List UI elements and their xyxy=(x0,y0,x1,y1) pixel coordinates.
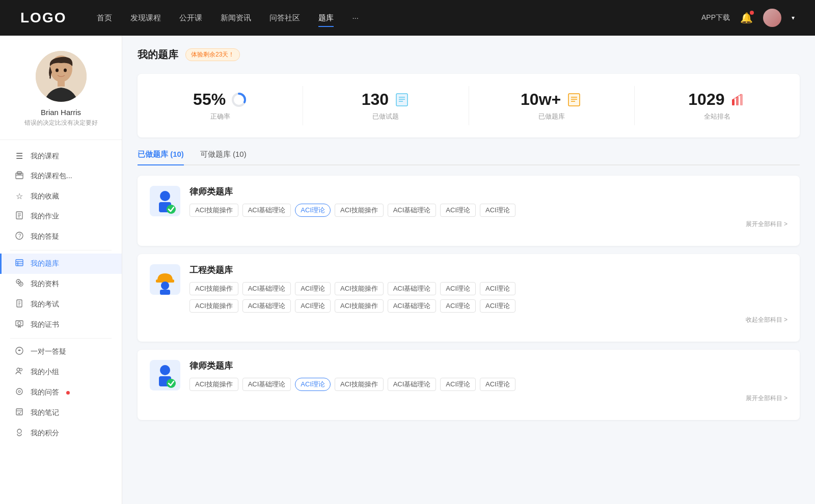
eng-tag2-6[interactable]: ACI理论 xyxy=(480,299,515,313)
tag-6[interactable]: ACI理论 xyxy=(480,204,515,217)
group-icon xyxy=(14,367,24,377)
sidebar-item-homework[interactable]: 我的作业 xyxy=(0,206,122,227)
sidebar-item-course-package[interactable]: 我的课程包... xyxy=(0,166,122,186)
l2-tag-2-active[interactable]: ACI理论 xyxy=(295,378,331,391)
tag-0[interactable]: ACI技能操作 xyxy=(189,204,238,217)
sidebar-label-my-data: 我的资料 xyxy=(31,279,59,289)
stat-accuracy-value: 55% xyxy=(193,90,226,109)
divider-2 xyxy=(10,338,112,339)
bank-card-lawyer-1-tags: ACI技能操作 ACI基础理论 ACI理论 ACI技能操作 ACI基础理论 AC… xyxy=(189,204,787,217)
sidebar-item-qa[interactable]: ? 我的答疑 xyxy=(0,227,122,247)
sidebar-label-homework: 我的作业 xyxy=(31,212,59,221)
sidebar-label-my-course: 我的课程 xyxy=(31,152,59,161)
user-avatar-nav[interactable] xyxy=(763,9,781,27)
note-blue-icon xyxy=(394,92,410,108)
collapse-link-engineer[interactable]: 收起全部科目 > xyxy=(189,316,787,324)
stat-accuracy: 55% 正确率 xyxy=(138,86,303,125)
tag-3[interactable]: ACI技能操作 xyxy=(335,204,384,217)
eng-tag2-3[interactable]: ACI技能操作 xyxy=(335,299,384,313)
notification-bell[interactable]: 🔔 xyxy=(740,12,753,24)
eng-tag-0[interactable]: ACI技能操作 xyxy=(189,282,238,295)
nav-question-bank[interactable]: 题库 xyxy=(318,13,334,23)
sidebar-label-favorites: 我的收藏 xyxy=(31,192,59,201)
svg-rect-58 xyxy=(160,290,170,295)
svg-text:?: ? xyxy=(18,233,21,239)
sidebar-item-exam[interactable]: 我的考试 xyxy=(0,294,122,315)
sidebar-item-favorites[interactable]: ☆ 我的收藏 xyxy=(0,186,122,206)
l2-tag-0[interactable]: ACI技能操作 xyxy=(189,378,238,391)
l2-tag-6[interactable]: ACI理论 xyxy=(480,378,515,391)
eng-tag2-1[interactable]: ACI基础理论 xyxy=(242,299,291,313)
sidebar-item-my-course[interactable]: ☰ 我的课程 xyxy=(0,146,122,166)
sidebar-item-group[interactable]: 我的小组 xyxy=(0,362,122,382)
stat-accuracy-value-row: 55% xyxy=(193,90,247,109)
nav-qa[interactable]: 问答社区 xyxy=(269,13,300,23)
eng-tag-4[interactable]: ACI基础理论 xyxy=(388,282,437,295)
tag-4[interactable]: ACI基础理论 xyxy=(388,204,437,217)
tag-1[interactable]: ACI基础理论 xyxy=(242,204,291,217)
l2-tag-5[interactable]: ACI理论 xyxy=(440,378,476,391)
stat-done-banks-label: 已做题库 xyxy=(538,112,565,121)
bank-icon xyxy=(14,259,24,269)
eng-tag-3[interactable]: ACI技能操作 xyxy=(335,282,384,295)
eng-tag-1[interactable]: ACI基础理论 xyxy=(242,282,291,295)
eng-tag2-4[interactable]: ACI基础理论 xyxy=(388,299,437,313)
sidebar-item-certificate[interactable]: 我的证书 xyxy=(0,315,122,335)
chart-red-icon xyxy=(729,92,746,108)
avatar-image xyxy=(763,9,781,27)
sidebar-label-course-package: 我的课程包... xyxy=(31,172,72,181)
sidebar-label-certificate: 我的证书 xyxy=(31,320,59,329)
eng-tag-2[interactable]: ACI理论 xyxy=(295,282,331,295)
eng-tag2-2[interactable]: ACI理论 xyxy=(295,299,331,313)
sidebar-item-notes[interactable]: 我的笔记 xyxy=(0,403,122,423)
app-download-button[interactable]: APP下载 xyxy=(701,13,730,22)
stat-done-questions-label: 已做试题 xyxy=(372,112,399,121)
svg-point-4 xyxy=(64,69,67,72)
stat-ranking: 1029 全站排名 xyxy=(635,86,800,125)
l2-tag-4[interactable]: ACI基础理论 xyxy=(388,378,437,391)
sidebar-menu: ☰ 我的课程 我的课程包... ☆ 我的收藏 我的作业 xyxy=(0,140,122,450)
page-title: 我的题库 xyxy=(138,48,178,62)
sidebar-label-question-bank: 我的题库 xyxy=(31,259,59,268)
svg-rect-50 xyxy=(740,94,743,105)
expand-link-1[interactable]: 展开全部科目 > xyxy=(189,220,787,229)
bank-card-lawyer-2-header: 律师类题库 ACI技能操作 ACI基础理论 ACI理论 ACI技能操作 ACI基… xyxy=(150,360,787,403)
homework-icon xyxy=(14,211,24,221)
package-icon xyxy=(14,171,24,181)
sidebar-item-points[interactable]: 我的积分 xyxy=(0,423,122,443)
nav-home[interactable]: 首页 xyxy=(97,13,112,23)
stat-accuracy-label: 正确率 xyxy=(210,112,230,121)
notes-icon xyxy=(14,408,24,418)
star-icon: ☆ xyxy=(14,191,24,201)
nav-more[interactable]: ··· xyxy=(352,13,359,23)
my-qa-icon xyxy=(14,387,24,398)
avatar-svg xyxy=(36,51,87,102)
logo: LOGO xyxy=(20,10,66,26)
sidebar-item-my-data[interactable]: 我的资料 xyxy=(0,274,122,294)
sidebar-item-my-qa[interactable]: 我的问答 xyxy=(0,382,122,403)
sidebar-item-question-bank[interactable]: 我的题库 xyxy=(0,254,122,274)
stat-ranking-label: 全站排名 xyxy=(704,112,730,121)
l2-tag-1[interactable]: ACI基础理论 xyxy=(242,378,291,391)
nav-news[interactable]: 新闻资讯 xyxy=(221,13,251,23)
sidebar-item-one-on-one[interactable]: 一对一答疑 xyxy=(0,342,122,362)
user-dropdown-arrow[interactable]: ▾ xyxy=(792,14,795,21)
nav-discover[interactable]: 发现课程 xyxy=(130,13,161,23)
eng-tag2-0[interactable]: ACI技能操作 xyxy=(189,299,238,313)
l2-tag-3[interactable]: ACI技能操作 xyxy=(335,378,384,391)
eng-tag2-5[interactable]: ACI理论 xyxy=(440,299,476,313)
svg-point-60 xyxy=(160,365,170,375)
bank-card-engineer-tags-row2: ACI技能操作 ACI基础理论 ACI理论 ACI技能操作 ACI基础理论 AC… xyxy=(189,299,787,313)
nav-open-course[interactable]: 公开课 xyxy=(179,13,202,23)
eng-tag-6[interactable]: ACI理论 xyxy=(480,282,515,295)
svg-rect-14 xyxy=(16,260,23,266)
tab-done-banks[interactable]: 已做题库 (10) xyxy=(138,150,184,164)
tag-2-active[interactable]: ACI理论 xyxy=(295,204,331,217)
bank-card-lawyer-2-tags: ACI技能操作 ACI基础理论 ACI理论 ACI技能操作 ACI基础理论 AC… xyxy=(189,378,787,391)
tab-available-banks[interactable]: 可做题库 (10) xyxy=(200,150,247,164)
main-content: 我的题库 体验剩余23天！ 55% 正确率 1 xyxy=(122,36,815,504)
expand-link-3[interactable]: 展开全部科目 > xyxy=(189,394,787,403)
eng-tag-5[interactable]: ACI理论 xyxy=(440,282,476,295)
tag-5[interactable]: ACI理论 xyxy=(440,204,476,217)
bank-card-lawyer-1-content: 律师类题库 ACI技能操作 ACI基础理论 ACI理论 ACI技能操作 ACI基… xyxy=(189,186,787,229)
